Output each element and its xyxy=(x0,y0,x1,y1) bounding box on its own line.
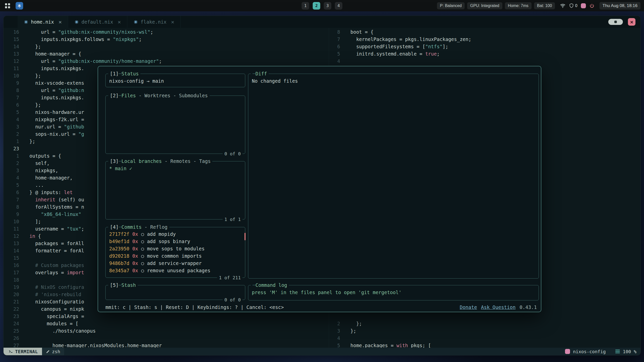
line-number: 8 xyxy=(4,203,19,211)
command-log-message: press 'M' in the files panel to open 'gi… xyxy=(252,290,401,295)
code-text: }; xyxy=(29,72,41,79)
tab-close-icon[interactable]: × xyxy=(171,19,174,25)
commit-message: add service-wrapper xyxy=(147,260,202,267)
code-text: nixos-hardware.ur xyxy=(29,109,84,116)
commit-hash: d920218 xyxy=(109,252,129,260)
code-line: 5home.packages = with pkgs; [ xyxy=(329,342,640,348)
toggle-pill[interactable] xyxy=(608,19,623,25)
workspace-button-3[interactable]: 3 xyxy=(324,2,331,10)
commit-row[interactable]: 2a239500x○move sops to modules xyxy=(109,245,242,252)
line-number: 26 xyxy=(4,335,19,342)
commit-row[interactable]: d9202180x○move common imports xyxy=(109,252,242,260)
terminal-icon xyxy=(9,349,13,354)
repo-label: nixos-config xyxy=(573,349,606,354)
snowflake-icon xyxy=(17,4,22,8)
code-text: }; xyxy=(29,138,35,145)
code-text: }; xyxy=(29,43,41,50)
donate-link[interactable]: Donate xyxy=(460,304,477,311)
line-number: 14 xyxy=(4,247,19,254)
media-icon[interactable] xyxy=(581,3,586,8)
line-number: 4 xyxy=(4,174,19,182)
code-line: 25 ./hosts/canopus xyxy=(4,327,329,335)
code-line: 4 xyxy=(329,58,640,65)
status-pill: GPU: Integrated xyxy=(467,2,502,9)
workspace-button-4[interactable]: 4 xyxy=(335,2,342,10)
commit-row[interactable]: 9486b7d0x○add service-wrapper xyxy=(109,260,242,267)
lazygit-status-panel[interactable]: [1]Status nixos-config → main xyxy=(105,74,245,87)
code-text: inputs.nixpkgs.follows = "nixpkgs"; xyxy=(29,36,142,43)
code-text: inherit (self) ou xyxy=(29,196,84,203)
line-number: 9 xyxy=(4,211,19,218)
app-launcher-button[interactable] xyxy=(4,2,12,10)
lazygit-branches-panel[interactable]: [3]Local branches - Remotes - Tags * mai… xyxy=(105,161,245,219)
tab-close-icon[interactable]: × xyxy=(59,19,62,25)
workspace-button-2[interactable]: 2 xyxy=(313,2,320,10)
tab-flake.nix[interactable]: flake.nix× xyxy=(127,16,181,28)
lazygit-commits-panel[interactable]: [4]Commits - Reflog 2717f2f0x○add mopidy… xyxy=(105,227,245,278)
commit-row[interactable]: 8e345a70x○remove unused packages xyxy=(109,267,242,274)
panel-title: [5]Stash xyxy=(108,282,138,289)
code-line: 3}; xyxy=(329,327,640,335)
wifi-icon[interactable] xyxy=(560,3,566,9)
line-number: 6 xyxy=(4,101,19,109)
workspace-button-1[interactable]: 1 xyxy=(302,2,309,10)
apps-grid-icon xyxy=(5,3,10,9)
line-number: 23 xyxy=(4,313,19,320)
lines-icon xyxy=(615,350,620,353)
panel-title: [2]Files - Worktrees - Submodules xyxy=(108,92,210,99)
lazygit-files-panel[interactable]: [2]Files - Worktrees - Submodules 0 of 0 xyxy=(105,96,245,154)
code-text: packages = forAll xyxy=(29,240,84,247)
lazygit-diff-panel[interactable]: Diff No changed files xyxy=(248,74,539,279)
panel-subtabs: - Worktrees - Submodules xyxy=(136,93,208,98)
right-pane-bottom: 2 };3};45home.packages = with pkgs; [ xyxy=(329,320,640,348)
line-number: 13 xyxy=(4,50,19,58)
code-text: url = "github:n xyxy=(29,87,84,94)
code-text: home-manager.nixosModules.home-manager xyxy=(29,342,162,348)
code-text: formatter = forAl xyxy=(29,247,84,254)
commit-row[interactable]: 2717f2f0x○add mopidy xyxy=(109,231,242,238)
commit-row[interactable]: b49ef1d0x○add sops binary xyxy=(109,238,242,245)
line-number: 5 xyxy=(4,109,19,116)
line-number: 25 xyxy=(4,327,19,335)
commit-message: move common imports xyxy=(147,252,202,260)
tab-close-icon[interactable]: × xyxy=(118,19,121,25)
panel-number: [5] xyxy=(110,282,118,288)
diff-content: No changed files xyxy=(252,78,298,84)
commit-graph-icon: ○ xyxy=(141,252,144,260)
line-number: 14 xyxy=(4,43,19,50)
panel-subtabs: - Reflog xyxy=(142,224,168,230)
branch-row[interactable]: * main ✓ xyxy=(109,166,132,171)
lazygit-command-log-panel[interactable]: Command log press 'M' in the files panel… xyxy=(248,285,539,300)
line-number: 4 xyxy=(329,335,340,342)
line-number: 1 xyxy=(4,152,19,160)
code-text: supportedFilesystems = ["ntfs"]; xyxy=(350,43,448,50)
panel-name: Commits xyxy=(118,224,142,230)
code-text: ... xyxy=(29,182,44,189)
power-icon[interactable] xyxy=(589,3,594,8)
code-line: 2 }; xyxy=(329,320,640,327)
code-text: canopus = nixpk xyxy=(29,305,84,313)
line-number: 6 xyxy=(329,43,340,50)
commit-author: 0x xyxy=(132,267,138,274)
code-line: 23 specialArgs = xyxy=(4,313,329,320)
line-number: 4 xyxy=(329,58,340,65)
line-number: 23 xyxy=(4,145,19,152)
scrollbar-thumb[interactable] xyxy=(245,233,246,240)
right-pane-top: 8boot = {7 kernelPackages = pkgs.linuxPa… xyxy=(329,28,640,65)
window-close-button[interactable]: × xyxy=(628,18,635,26)
workspaces: 1234 xyxy=(302,0,342,11)
code-text: initrd.systemd.enable = true; xyxy=(350,50,440,58)
app-icon[interactable] xyxy=(16,2,23,10)
code-text: "x86_64-linux" xyxy=(29,211,81,218)
lazygit-stash-panel[interactable]: [5]Stash 0 of 0 xyxy=(105,285,245,300)
tab-default.nix[interactable]: default.nix× xyxy=(68,16,127,28)
line-number: 2 xyxy=(4,160,19,167)
panel-name: Files xyxy=(118,93,136,98)
commit-message: move sops to modules xyxy=(147,245,205,252)
ask-question-link[interactable]: Ask Question xyxy=(481,304,515,311)
code-text: nixosConfiguratio xyxy=(29,298,84,305)
code-text: specialArgs = xyxy=(29,313,84,320)
tab-home.nix[interactable]: home.nix× xyxy=(18,16,68,28)
panel-title: [4]Commits - Reflog xyxy=(108,223,169,231)
code-text: url = "github:nix-community/home-manager… xyxy=(29,58,162,65)
